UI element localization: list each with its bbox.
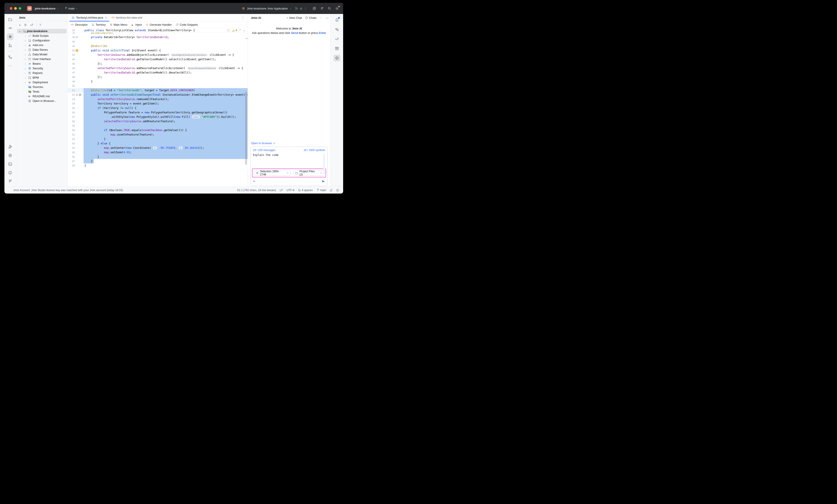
- open-in-browser-link[interactable]: Open in browser ↗: [248, 142, 330, 147]
- services-tool-icon[interactable]: [7, 152, 14, 159]
- code-line-46[interactable]: 46 selectedTerritorySource.addSourceFeat…: [68, 66, 248, 70]
- indent-style[interactable]: 4 spaces: [298, 189, 313, 192]
- inject-button[interactable]: Inject: [131, 23, 142, 26]
- code-with-me-icon[interactable]: [320, 6, 324, 11]
- code-line-65[interactable]: 65 map.setZoom(4.0);: [68, 150, 248, 154]
- descriptor-button[interactable]: </> Descriptor: [71, 23, 88, 26]
- code-line-53[interactable]: 53 selectedTerritorySource.removeAllFeat…: [68, 97, 248, 101]
- tree-item-add-ons[interactable]: › Add-ons: [17, 43, 67, 48]
- chevron-right-icon[interactable]: ›: [24, 35, 27, 37]
- vcs-widget[interactable]: main ⌄: [64, 7, 78, 10]
- code-line-45[interactable]: 45 });: [68, 61, 248, 66]
- problems-tool-icon[interactable]: [7, 169, 14, 176]
- input-scrollbar[interactable]: [323, 154, 325, 174]
- tree-item-sources[interactable]: Sources: [17, 85, 67, 89]
- commit-tool-icon[interactable]: [7, 25, 14, 32]
- chevron-right-icon[interactable]: ›: [24, 39, 27, 42]
- tree-item-data-model[interactable]: › Data Model: [17, 52, 67, 57]
- problems-indicator-icon[interactable]: [336, 189, 339, 192]
- gradle-icon[interactable]: [30, 23, 34, 26]
- status-message[interactable]: Jmix Account: Jmix Studio license key wa…: [13, 189, 237, 192]
- code-line-56[interactable]: 56 PolygonFeature feature = new PolygonF…: [68, 110, 248, 115]
- code-line-41[interactable]: 41 @Subscribe: [68, 44, 248, 48]
- code-line-39[interactable]: 39<> private DataGrid<Territory> territo…: [68, 35, 248, 39]
- close-tab-icon[interactable]: ✕: [105, 16, 107, 19]
- chevron-right-icon[interactable]: ›: [24, 76, 27, 79]
- code-line-62[interactable]: 62 }: [68, 137, 248, 141]
- component-injection-icon[interactable]: <>: [76, 35, 78, 39]
- ai-assistant-icon[interactable]: @: [312, 6, 317, 11]
- code-line-63[interactable]: 63 } else {: [68, 141, 248, 146]
- warning-stripe-mark[interactable]: [246, 38, 247, 39]
- add-button[interactable]: +: [19, 23, 21, 27]
- code-line-58[interactable]: 58 selectedTerritorySource.addFeature(fe…: [68, 119, 248, 124]
- ai-options-kebab[interactable]: ⋮: [320, 16, 322, 19]
- tree-item-reports[interactable]: › Reports: [17, 71, 67, 75]
- next-warning-chevron[interactable]: ⌄: [243, 28, 245, 33]
- territory-button[interactable]: Territory: [92, 23, 106, 26]
- jmix-ai-tool-icon[interactable]: AI: [334, 55, 340, 61]
- zoom-window-button[interactable]: [19, 7, 21, 10]
- help-button[interactable]: ?: [39, 23, 41, 26]
- send-button[interactable]: [322, 180, 325, 183]
- selection-context-chip[interactable]: Selection 1954-2746 ✕: [254, 170, 291, 176]
- annotation-gutter-icon[interactable]: @: [79, 93, 81, 97]
- minimize-window-button[interactable]: [14, 7, 17, 10]
- warning-stripe-mark[interactable]: [246, 114, 247, 115]
- chevron-right-icon[interactable]: ›: [24, 58, 27, 60]
- git-branch-widget[interactable]: main: [316, 189, 326, 192]
- search-everywhere-icon[interactable]: [327, 6, 332, 11]
- ai-prompt-input[interactable]: Explain the code: [253, 153, 325, 169]
- project-files-context-chip[interactable]: Project Files (2) ✕: [293, 170, 324, 176]
- tree-item-beans[interactable]: › Beans: [17, 61, 67, 66]
- file-encoding[interactable]: UTF-8: [286, 189, 294, 192]
- more-tool-windows-icon[interactable]: ⋯: [7, 62, 14, 69]
- ai-input-card[interactable]: 19 / 100 messages 16 / 1500 symbols Expl…: [250, 147, 327, 186]
- notifications-bell-icon[interactable]: [334, 17, 340, 23]
- code-lines[interactable]: 38 @ViewComponent39<> private DataGrid<T…: [68, 31, 248, 168]
- ai-chat-tool-icon[interactable]: [334, 26, 340, 33]
- sticky-line-25[interactable]: 25 public class TerritoryListView extend…: [68, 28, 248, 33]
- hide-panel-button[interactable]: —: [326, 16, 328, 19]
- close-window-button[interactable]: [10, 7, 13, 10]
- tree-item-build-scripts[interactable]: › Build Scripts: [17, 34, 67, 38]
- more-actions-kebab[interactable]: ⋮: [303, 6, 308, 11]
- chevron-right-icon[interactable]: ›: [24, 67, 27, 70]
- git-tool-icon[interactable]: [7, 178, 14, 185]
- chevron-right-icon[interactable]: ›: [24, 81, 27, 84]
- chevron-right-icon[interactable]: ›: [24, 72, 27, 74]
- chats-button[interactable]: Chats: [305, 16, 317, 19]
- code-line-40[interactable]: 40: [68, 39, 248, 44]
- code-line-50[interactable]: 50: [68, 84, 248, 88]
- code-line-64[interactable]: 64 map.setCenter(new Coordinate( x: -99.…: [68, 146, 248, 150]
- add-context-button[interactable]: +: [253, 179, 255, 184]
- code-line-66[interactable]: 66 }: [68, 154, 248, 159]
- chevron-right-icon[interactable]: ›: [24, 44, 27, 46]
- settings-gear-icon[interactable]: [24, 23, 27, 26]
- prev-warning-chevron[interactable]: ⌃: [239, 28, 241, 33]
- code-line-59[interactable]: 59: [68, 124, 248, 128]
- handler-gutter-icon[interactable]: ↓: [76, 49, 78, 52]
- code-line-48[interactable]: 48 });: [68, 75, 248, 79]
- jmix-ui-tool-icon[interactable]: [334, 45, 340, 52]
- chevron-right-icon[interactable]: ›: [24, 49, 27, 51]
- structure-tool-icon[interactable]: [7, 54, 14, 60]
- code-line-68[interactable]: 68}: [68, 164, 248, 168]
- chevron-down-icon[interactable]: ⌄: [18, 30, 21, 33]
- gradle-tool-icon[interactable]: [334, 36, 340, 42]
- settings-gear-icon[interactable]: [335, 6, 339, 11]
- code-line-44[interactable]: 44 territoriesDataGrid.getSelectionModel…: [68, 57, 248, 61]
- chevron-right-icon[interactable]: ›: [24, 62, 27, 65]
- tree-item-data-stores[interactable]: › Data Stores: [17, 48, 67, 52]
- main-menu-button[interactable]: Main Menu: [110, 23, 127, 26]
- new-chat-button[interactable]: + New Chat: [287, 16, 302, 19]
- code-line-61[interactable]: 61 map.zoomToFeature(feature);: [68, 132, 248, 137]
- build-tool-icon[interactable]: [7, 144, 14, 150]
- code-line-43[interactable]: 43 territoriesSource.addGeoObjectClickLi…: [68, 53, 248, 57]
- run-configuration-widget[interactable]: Jmix-bookstore Jmix Application ⌄: [242, 6, 291, 11]
- editor-options-kebab[interactable]: ⋮: [238, 16, 248, 19]
- tree-item-configuration[interactable]: › Configuration: [17, 38, 67, 43]
- code-line-55[interactable]: 55 if (territory != null) {: [68, 106, 248, 110]
- tree-item-user-interface[interactable]: › User Interface: [17, 57, 67, 61]
- editor-scrollbar[interactable]: [245, 92, 247, 165]
